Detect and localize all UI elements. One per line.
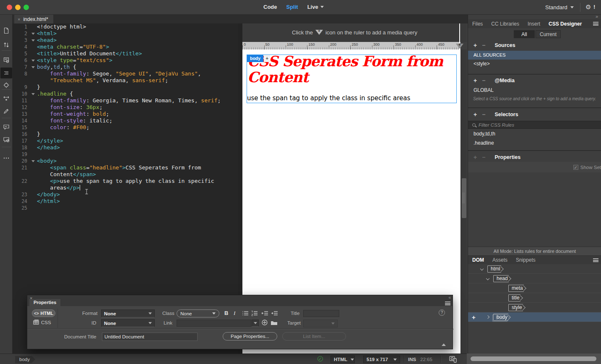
scrollbar-thumb[interactable] [462,178,466,218]
tag-selector[interactable]: body [15,356,35,363]
view-mode-code[interactable]: Code [263,4,277,10]
collapse-icon[interactable]: « [448,295,450,300]
window-zoom-button[interactable] [23,5,29,10]
dom-tag-chip[interactable]: html [487,265,503,273]
format-dropdown[interactable]: None [101,309,155,317]
properties-panel-tab[interactable]: Properties [29,299,60,306]
unordered-list-icon[interactable] [242,310,249,318]
code-fold-arrow-icon[interactable] [29,158,37,164]
more-dots-icon[interactable] [2,154,10,162]
code-line[interactable]: 21 <span class="headline">CSS Seperates … [13,164,238,171]
language-dropdown[interactable]: HTML [330,356,355,363]
help-icon[interactable]: ? [439,309,445,316]
id-dropdown[interactable]: None [101,319,155,327]
title-input[interactable] [303,310,339,317]
panel-menu-icon[interactable] [445,302,450,305]
browse-folder-icon[interactable] [271,320,278,327]
code-fold-arrow-icon[interactable] [29,37,37,44]
remove-media-icon[interactable]: − [482,77,485,84]
window-close-button[interactable] [7,5,12,10]
hscroll-thumb[interactable] [471,356,596,361]
view-mode-live[interactable]: Live [307,4,324,10]
code-line[interactable]: 22 <p>use the span tag to apply the clas… [13,178,238,185]
code-line[interactable]: 12 font-size: 36px; [13,104,238,111]
dom-tab-snippets[interactable]: Snippets [512,257,540,263]
selector-item[interactable]: .headline [468,139,601,148]
code-line[interactable]: 24</html> [13,198,238,205]
dom-tree-row-meta[interactable]: meta [468,283,601,293]
ordered-list-icon[interactable] [251,310,258,318]
code-line[interactable]: 9} [13,84,238,91]
collapse-arrow-icon[interactable] [442,343,446,346]
code-fold-arrow-icon[interactable] [29,64,37,70]
code-line[interactable]: areas</p> [13,185,238,191]
document-tab[interactable]: × index.html* [14,15,53,23]
add-media-icon[interactable]: + [474,77,477,84]
code-line[interactable]: 16} [13,131,238,138]
element-tag-badge[interactable]: body + [247,55,270,62]
dom-tag-chip[interactable]: style [508,304,525,311]
code-line[interactable]: 2<html> [13,30,238,37]
live-code-icon[interactable] [2,56,10,64]
code-line[interactable]: 3<head> [13,37,238,44]
document-title-input[interactable] [102,333,198,341]
add-element-button[interactable]: + [264,55,270,62]
add-selector-icon[interactable]: + [474,111,477,118]
panel-tab-css-designer[interactable]: CSS Designer [544,21,586,27]
code-fold-arrow-icon[interactable] [29,91,37,97]
selector-item[interactable]: body,td,th [468,130,601,138]
code-line[interactable]: 5<title>Untitled Document</title> [13,50,238,57]
link-input[interactable] [177,320,251,327]
code-line[interactable]: 19 [13,151,238,158]
view-mode-split[interactable]: Split [286,4,298,10]
preview-devices-icon[interactable] [449,355,457,364]
add-property-icon[interactable]: + [474,154,477,161]
code-line[interactable]: 11 font-family: Georgia, Times New Roman… [13,97,238,104]
word-wrap-icon[interactable] [2,94,10,103]
panel-tab-files[interactable]: Files [468,21,487,27]
code-fold-arrow-icon[interactable] [29,57,37,64]
code-brush-icon[interactable] [2,107,10,115]
panel-tab-insert[interactable]: Insert [523,21,544,27]
add-media-query-icon[interactable]: + [456,44,463,49]
css-mode-button[interactable]: CSS [33,320,51,325]
code-line[interactable]: 10.headline { [13,91,238,97]
chevron-down-icon[interactable] [480,267,484,270]
code-line[interactable]: 17</style> [13,138,238,144]
code-fold-arrow-icon[interactable] [29,30,37,37]
dom-tree-row-head[interactable]: head [468,274,601,283]
code-line[interactable]: 18</head> [13,144,238,151]
dom-tree-row-html[interactable]: html [468,264,601,274]
outdent-icon[interactable] [261,310,268,318]
class-dropdown[interactable]: None [177,309,219,317]
insert-mode-indicator[interactable]: INS [408,357,416,362]
code-line[interactable]: "Trebuchet MS", Verdana, sans-serif; [13,77,238,84]
code-line[interactable]: 25 [13,205,238,211]
all-mode-button[interactable]: All [514,30,535,38]
remove-source-icon[interactable]: − [482,42,485,49]
add-element-icon[interactable]: + [472,314,476,321]
dom-tree-row-style[interactable]: style [468,303,601,312]
bold-button[interactable]: B [224,310,228,316]
point-to-file-icon[interactable] [261,319,268,328]
indent-icon[interactable] [271,310,278,318]
media-item[interactable]: GLOBAL [468,86,601,95]
dom-panel-hscroll-track[interactable] [467,354,601,364]
close-icon[interactable]: × [18,17,20,22]
file-sync-arrows-icon[interactable] [2,41,10,49]
horizontal-ruler[interactable]: 050100150200250300350400450500 [242,42,461,49]
remove-comment-icon[interactable] [2,135,10,144]
add-source-icon[interactable]: + [474,42,477,49]
dom-tag-chip[interactable]: meta [508,285,526,292]
dom-tag-chip[interactable]: body [493,314,510,321]
dom-tree-row-title[interactable]: title [468,293,601,303]
workspace-switcher[interactable]: Standard [545,4,574,10]
collapse-panels-icon[interactable]: » [596,14,598,19]
html-mode-button[interactable]: <> HTML [32,309,55,317]
code-line[interactable]: 23</body> [13,191,238,198]
window-minimize-button[interactable] [15,5,21,10]
dom-tab-dom[interactable]: DOM [468,257,488,263]
panel-tab-cc-libraries[interactable]: CC Libraries [487,21,523,27]
open-documents-icon[interactable] [2,26,10,35]
code-line[interactable]: 4<meta charset="UTF-8"> [13,44,238,50]
